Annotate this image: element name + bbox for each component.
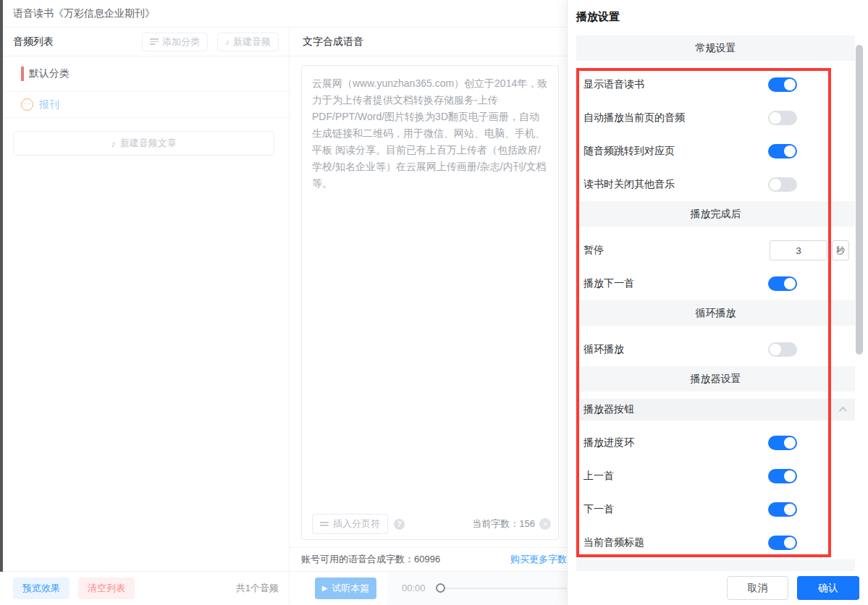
clear-list-button[interactable]: 清空列表 (78, 578, 135, 599)
insert-pagebreak-label: 插入分页符 (333, 517, 380, 530)
clear-text-icon[interactable]: × (539, 518, 551, 530)
setting-row: 显示语音读书 (576, 68, 855, 101)
setting-label: 显示语音读书 (576, 78, 644, 91)
insert-pagebreak-button[interactable]: 插入分页符 (312, 514, 388, 534)
char-count-text: 当前字数：156 (472, 517, 535, 530)
add-category-label: 添加分类 (162, 35, 200, 48)
app-header: 语音读书《万彩信息企业期刊》 (3, 0, 567, 28)
category-item-baokan[interactable]: ··· 报刊 (3, 92, 289, 118)
toggle-knob (784, 504, 796, 515)
play-icon: ▶ (322, 584, 328, 592)
playback-settings-panel: 播放设置 常规设置显示语音读书自动播放当前页的音频随音频跳转到对应页读书时关闭其… (567, 0, 868, 605)
settings-section-header: 常规设置 (576, 35, 855, 61)
setting-row: 自动播放当前页的音频 (576, 101, 855, 135)
toggle-knob (784, 145, 796, 157)
account-quota-text: 账号可用的语音合成字数：60996 (301, 553, 440, 566)
toggle-knob (784, 79, 796, 90)
buy-more-link[interactable]: 购买更多字数 (510, 553, 567, 566)
tts-text-content: 云展网（www.yunzhan365.com）创立于2014年，致力于为上传者提… (312, 75, 548, 192)
audio-list-header-row: 音频列表 添加分类 ♪ 新建音频 (3, 28, 289, 56)
setting-label: 常规设置 (696, 42, 736, 55)
toggle-knob (784, 537, 796, 549)
ellipsis-icon[interactable]: ··· (21, 98, 33, 111)
slider-track[interactable] (445, 588, 567, 589)
settings-section-header (576, 559, 855, 571)
toggle-switch[interactable] (768, 177, 797, 192)
setting-row: 随音频跳转到对应页 (576, 135, 855, 168)
setting-row: 暂停秒 (576, 234, 855, 267)
setting-row: 上一首 (576, 460, 855, 493)
setting-row: 读书时关闭其他音乐 (576, 168, 855, 201)
category-marker-bar (21, 67, 24, 81)
time-label: 00:00 (402, 583, 426, 593)
setting-row: 循环播放 (576, 333, 855, 366)
unit-label: 秒 (832, 240, 849, 261)
setting-row: 下一首 (576, 493, 855, 526)
toggle-switch[interactable] (768, 536, 797, 550)
toggle-knob (784, 437, 796, 449)
setting-row: 当前音频标题 (576, 526, 855, 559)
toggle-switch[interactable] (768, 111, 797, 125)
setting-row: 播放进度环 (576, 426, 855, 460)
toggle-knob (784, 278, 796, 289)
new-audio-button[interactable]: ♪ 新建音频 (217, 33, 279, 51)
setting-label: 暂停 (576, 244, 604, 257)
add-category-button[interactable]: 添加分类 (142, 33, 208, 51)
setting-label: 循环播放 (696, 307, 736, 320)
toggle-knob (770, 112, 781, 124)
audio-list-footer: 预览效果 清空列表 共1个音频 (3, 571, 289, 604)
new-audio-article-button[interactable]: ♪ 新建音频文章 (13, 131, 274, 156)
category-item-label: 报刊 (39, 98, 59, 111)
slider-knob[interactable] (436, 583, 445, 593)
chevron-up-icon[interactable] (839, 407, 845, 412)
new-audio-article-label: 新建音频文章 (120, 137, 177, 150)
settings-scrollbar[interactable] (856, 45, 863, 355)
music-note-icon: ♪ (225, 38, 229, 46)
add-category-icon (150, 37, 159, 46)
toggle-switch[interactable] (768, 144, 797, 158)
setting-label: 随音频跳转到对应页 (576, 145, 675, 158)
cancel-button[interactable]: 取消 (727, 576, 788, 600)
default-category-label: 默认分类 (29, 67, 69, 80)
tts-toolbar: 插入分页符 ? 当前字数：156 × (312, 514, 551, 534)
settings-title: 播放设置 (576, 10, 620, 24)
toggle-switch[interactable] (768, 276, 797, 291)
setting-label: 自动播放当前页的音频 (576, 111, 685, 124)
default-category-row: 默认分类 (3, 56, 289, 92)
player-buttons-group-header: 播放器按钮 (576, 399, 855, 420)
toggle-switch[interactable] (768, 502, 797, 517)
listen-button[interactable]: ▶ 试听本篇 (315, 578, 376, 599)
pause-input-group: 秒 (770, 240, 849, 261)
account-quota-row: 账号可用的语音合成字数：60996 购买更多字数 (290, 547, 567, 571)
toggle-switch[interactable] (768, 77, 797, 92)
settings-section-header: 播放器设置 (576, 366, 855, 392)
confirm-button[interactable]: 确认 (797, 576, 859, 600)
setting-label: 读书时关闭其他音乐 (576, 178, 675, 191)
settings-footer: 取消 确认 (568, 571, 868, 605)
page-title: 语音读书《万彩信息企业期刊》 (13, 7, 155, 20)
tts-text-area[interactable]: 云展网（www.yunzhan365.com）创立于2014年，致力于为上传者提… (301, 65, 559, 540)
page-break-icon (320, 520, 329, 528)
new-audio-label: 新建音频 (233, 35, 271, 48)
setting-label: 循环播放 (576, 343, 624, 356)
toggle-knob (784, 470, 796, 482)
toggle-switch[interactable] (768, 436, 797, 450)
setting-label: 播放完成后 (691, 208, 741, 221)
toggle-knob (770, 344, 781, 355)
toggle-switch[interactable] (768, 342, 797, 357)
audio-list-panel: 音频列表 添加分类 ♪ 新建音频 默认分类 ··· (3, 28, 290, 604)
setting-label: 播放器按钮 (576, 403, 634, 416)
toggle-switch[interactable] (768, 469, 797, 483)
setting-label: 播放下一首 (576, 277, 634, 290)
setting-label: 播放进度环 (576, 436, 634, 449)
toggle-knob (770, 179, 781, 190)
pause-seconds-input[interactable] (770, 240, 827, 261)
preview-effect-button[interactable]: 预览效果 (13, 578, 69, 599)
tts-header-row: 文字合成语音 (290, 28, 567, 56)
tts-title: 文字合成语音 (303, 35, 363, 48)
help-icon[interactable]: ? (394, 519, 405, 530)
listen-label: 试听本篇 (332, 582, 369, 595)
main-area: 语音读书《万彩信息企业期刊》 音频列表 添加分类 ♪ 新建音频 (3, 0, 567, 605)
settings-section-header: 播放完成后 (576, 201, 855, 227)
setting-label: 当前音频标题 (576, 536, 644, 549)
